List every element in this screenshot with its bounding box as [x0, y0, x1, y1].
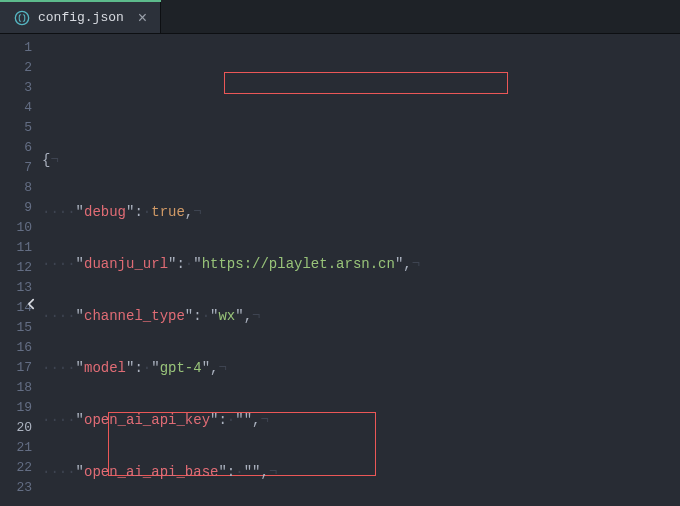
tab-label: config.json: [38, 10, 124, 25]
code-line: ····"open_ai_api_base":·"",¬: [42, 462, 680, 482]
fold-chevron-icon[interactable]: [21, 292, 41, 316]
tab-bar: config.json ×: [0, 0, 680, 34]
line-number-gutter: 1234567891011121314151617181920212223: [0, 34, 42, 506]
tab-config-json[interactable]: config.json ×: [0, 0, 161, 33]
duanju-url-highlight: [224, 72, 508, 94]
code-line: {¬: [42, 150, 680, 170]
tab-close-button[interactable]: ×: [138, 9, 147, 27]
code-content[interactable]: {¬ ····"debug":·true,¬ ····"duanju_url":…: [42, 34, 680, 506]
json-brace-icon: [14, 10, 30, 26]
svg-point-0: [15, 11, 28, 24]
code-line: ····"duanju_url":·"https://playlet.arsn.…: [42, 254, 680, 274]
code-line: ····"channel_type":·"wx",¬: [42, 306, 680, 326]
code-line: ····"model":·"gpt-4",¬: [42, 358, 680, 378]
code-line: ····"open_ai_api_key":·"",¬: [42, 410, 680, 430]
code-line: ····"debug":·true,¬: [42, 202, 680, 222]
code-editor[interactable]: 1234567891011121314151617181920212223 {¬…: [0, 34, 680, 506]
